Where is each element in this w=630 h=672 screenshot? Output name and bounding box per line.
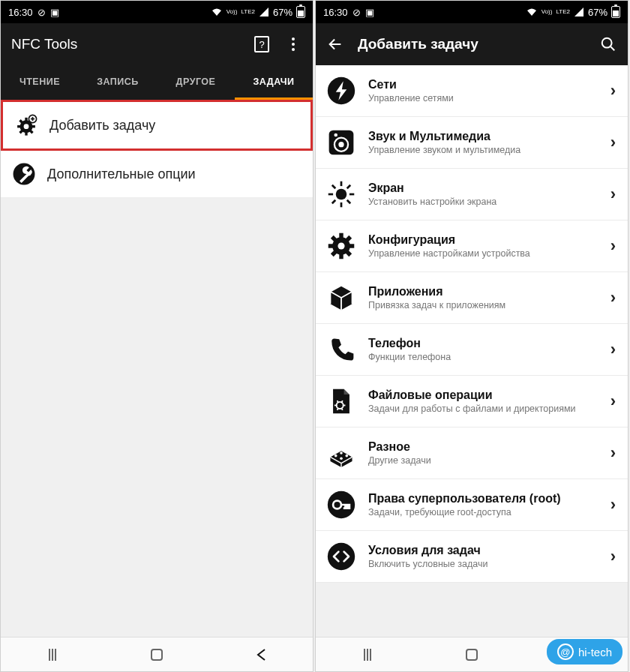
category-subtitle: Привязка задач к приложениям [368, 300, 596, 310]
svg-point-43 [334, 454, 338, 458]
category-subtitle: Другие задачи [368, 455, 596, 466]
picture-icon: ▣ [365, 7, 374, 18]
category-title: Права суперпользователя (root) [368, 492, 596, 506]
category-subtitle: Управление звуком и мультимедиа [368, 145, 596, 155]
category-row[interactable]: Экран Установить настройки экрана › [316, 169, 628, 220]
nav-recent[interactable] [345, 644, 390, 665]
category-subtitle: Установить настройки экрана [368, 196, 596, 207]
category-row[interactable]: Условия для задач Включить условные зада… [316, 531, 628, 583]
tab-tasks[interactable]: ЗАДАЧИ [235, 65, 313, 100]
svg-line-23 [332, 185, 335, 188]
category-row[interactable]: Разное Другие задачи › [316, 428, 628, 479]
overflow-menu-button[interactable] [284, 35, 302, 53]
wrench-icon [11, 161, 37, 187]
category-text: Приложения Привязка задач к приложениям [368, 285, 596, 310]
home-icon [466, 649, 478, 661]
gear-icon [325, 230, 358, 262]
gear-plus-icon [14, 112, 39, 138]
shield-icon: ⊘ [352, 7, 361, 18]
svg-line-34 [345, 237, 350, 242]
wifi-icon [211, 8, 223, 16]
battery-icon [296, 6, 305, 18]
recent-icon [364, 649, 371, 661]
category-text: Сети Управление сетями [368, 78, 596, 104]
svg-line-11 [610, 46, 615, 51]
category-row[interactable]: Телефон Функции телефона › [316, 324, 628, 376]
status-time: 16:30 [8, 7, 33, 18]
chevron-right-icon: › [606, 547, 620, 566]
tab-other[interactable]: ДРУГОЕ [157, 65, 235, 100]
battery-icon [611, 6, 620, 18]
category-text: Условия для задач Включить условные зада… [368, 544, 596, 569]
category-subtitle: Задачи, требующие root-доступа [368, 507, 596, 518]
category-title: Экран [368, 182, 596, 195]
watermark: @ hi-tech [547, 639, 622, 664]
category-row[interactable]: Приложения Привязка задач к приложениям … [316, 272, 628, 324]
svg-point-44 [340, 452, 343, 454]
svg-point-10 [602, 38, 612, 48]
category-title: Телефон [368, 337, 596, 350]
at-icon: @ [557, 644, 574, 660]
category-title: Условия для задач [368, 544, 596, 557]
app-title: NFC Tools [11, 36, 239, 52]
category-text: Файловые операции Задачи для работы с фа… [368, 388, 596, 414]
svg-point-9 [14, 164, 35, 185]
app-bar: NFC Tools ? [1, 23, 313, 65]
search-button[interactable] [599, 35, 617, 53]
category-title: Конфигурация [368, 233, 596, 247]
tab-read[interactable]: ЧТЕНИЕ [1, 65, 79, 100]
network-label-1: Vo)) [226, 9, 238, 15]
cube-icon [325, 281, 358, 314]
category-text: Разное Другие задачи [368, 440, 596, 466]
category-row[interactable]: Сети Управление сетями › [316, 65, 628, 117]
category-title: Приложения [368, 285, 596, 298]
file-gear-icon [325, 385, 358, 418]
brightness-icon [325, 178, 358, 211]
nav-bar [1, 637, 313, 671]
category-row[interactable]: Файловые операции Задачи для работы с фа… [316, 376, 628, 428]
svg-point-35 [338, 242, 344, 249]
wifi-icon [526, 8, 538, 16]
chevron-right-icon: › [606, 288, 620, 308]
back-button[interactable] [326, 35, 344, 53]
chevron-right-icon: › [606, 495, 620, 514]
add-task-row[interactable]: Добавить задачу [1, 100, 313, 151]
bricks-icon [325, 436, 358, 470]
category-list[interactable]: Сети Управление сетями › Звук и Мультиме… [316, 65, 628, 637]
home-icon [151, 649, 163, 661]
category-subtitle: Управление сетями [368, 93, 596, 104]
chevron-right-icon: › [606, 340, 620, 359]
svg-line-28 [345, 250, 350, 255]
network-label-2: LTE2 [241, 9, 255, 15]
nav-back[interactable] [238, 644, 284, 665]
arrow-left-icon [327, 36, 344, 52]
help-button[interactable]: ? [253, 35, 271, 53]
chevron-right-icon: › [606, 443, 620, 463]
code-icon [325, 540, 358, 573]
svg-point-49 [328, 543, 355, 570]
help-icon: ? [254, 36, 269, 52]
category-subtitle: Управление настройками устройства [368, 248, 596, 259]
speaker-icon [325, 126, 358, 159]
tab-write[interactable]: ЗАПИСЬ [79, 65, 157, 100]
category-title: Звук и Мультимедиа [368, 130, 596, 143]
category-row[interactable]: Конфигурация Управление настройками устр… [316, 220, 628, 272]
svg-point-16 [334, 134, 338, 137]
category-text: Экран Установить настройки экрана [368, 182, 596, 207]
category-subtitle: Функции телефона [368, 352, 596, 362]
category-subtitle: Включить условные задачи [368, 559, 596, 569]
more-options-row[interactable]: Дополнительные опции [1, 151, 313, 198]
nav-recent[interactable] [30, 644, 75, 665]
category-row[interactable]: Звук и Мультимедиа Управление звуком и м… [316, 117, 628, 169]
nav-home[interactable] [134, 644, 179, 665]
shield-icon: ⊘ [38, 7, 46, 18]
chevron-right-icon: › [606, 133, 620, 152]
status-bar: 16:30 ⊘ ▣ Vo)) LTE2 67% [1, 1, 313, 23]
more-options-label: Дополнительные опции [47, 166, 196, 182]
category-text: Телефон Функции телефона [368, 337, 596, 362]
nav-home[interactable] [449, 644, 494, 665]
category-text: Конфигурация Управление настройками устр… [368, 233, 596, 259]
tab-bar: ЧТЕНИЕ ЗАПИСЬ ДРУГОЕ ЗАДАЧИ [1, 65, 313, 100]
phone-left: 16:30 ⊘ ▣ Vo)) LTE2 67% NFC Tools ? ЧТЕН… [0, 0, 314, 672]
category-row[interactable]: Права суперпользователя (root) Задачи, т… [316, 479, 628, 531]
